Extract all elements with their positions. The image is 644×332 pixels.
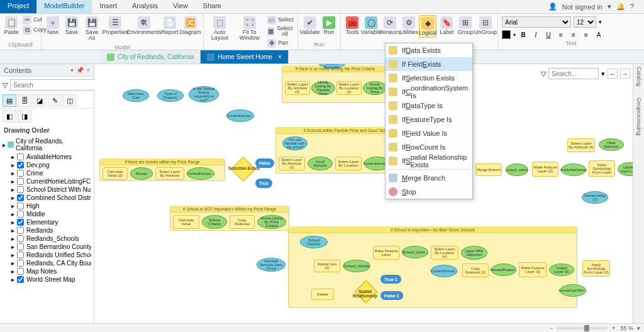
layer-item[interactable]: ▸Redlands Unified School District xyxy=(3,251,91,259)
out-home-pc[interactable]: Home Listing By Price Criteria xyxy=(257,215,286,229)
align-right-button[interactable]: ≡ xyxy=(581,30,591,40)
logical-menu-item[interactable]: If Data Exists xyxy=(386,43,472,57)
tools-button[interactable]: 🧰Tools xyxy=(343,15,361,36)
out-output-layer-2[interactable]: Output Layer (2) xyxy=(549,263,574,276)
help-icon[interactable]: ? xyxy=(630,3,639,11)
branch-true-1[interactable]: True 1 xyxy=(380,275,401,284)
select-button[interactable]: ▭Select xyxy=(266,15,295,25)
tool-select-loc-2[interactable]: Select Layer By Location (2) xyxy=(336,81,362,95)
layer-item[interactable]: ▸CurrentHomeListingFC xyxy=(3,177,91,185)
logical-menu-item[interactable]: If Spatial Relationship Exists xyxy=(386,154,472,168)
list-by-editing-button[interactable]: ✎ xyxy=(48,94,62,107)
new-button[interactable]: ＋New xyxy=(44,15,62,36)
iterators-button[interactable]: ⟳Iterators xyxy=(381,15,399,36)
tab-project[interactable]: Project xyxy=(0,0,36,13)
report-button[interactable]: 📄Report xyxy=(161,15,179,36)
block-homes-in-range[interactable]: If there are homes within my Price Range… xyxy=(99,158,225,181)
model-canvas[interactable]: ▽ ▾ ← → Maximum Cost Type of Property Is… xyxy=(94,64,644,323)
layer-checkbox[interactable] xyxy=(17,219,24,226)
tool-select-attr[interactable]: Select Layer By Attribute xyxy=(155,167,184,180)
layer-item[interactable]: ▸School District With Number of C xyxy=(3,185,91,194)
font-size-select[interactable]: 12 xyxy=(574,16,596,28)
tool-select-loc[interactable]: Select Layer By Location xyxy=(335,157,362,170)
canvas-filter-icon[interactable]: ▽ xyxy=(541,70,546,78)
layer-checkbox[interactable] xyxy=(17,153,24,160)
tool-spatial-join[interactable]: Spatial Join (2) xyxy=(314,260,340,272)
pane-menu-icon[interactable]: ▾ xyxy=(70,67,74,74)
tool-select-loc-4[interactable]: Select Layer By Location (4) xyxy=(431,246,458,260)
layer-item[interactable]: ▸Combined School Districts xyxy=(3,194,91,202)
block-school-important[interactable]: If School is Important • No Best Score S… xyxy=(288,226,577,308)
paste-button[interactable]: 📋Paste xyxy=(3,15,20,36)
select-all-button[interactable]: ▦Select All xyxy=(266,25,295,38)
logical-spatial-rel[interactable]: Spatial Relationship xyxy=(355,280,378,304)
contents-search-input[interactable] xyxy=(10,79,96,91)
logical-menu-merge[interactable]: Merge Branch xyxy=(386,171,472,185)
block-school-not-important[interactable]: If School is NOT Important • Within my P… xyxy=(170,206,289,231)
prev-result-button[interactable]: ← xyxy=(608,69,618,79)
tool-calc-value[interactable]: Calculate Value xyxy=(173,215,199,229)
label-button[interactable]: 🔖Label xyxy=(438,15,455,36)
tab-share[interactable]: Share xyxy=(196,0,229,13)
out-clear-selection[interactable]: Clear Selection xyxy=(599,138,624,151)
logical-menu-item[interactable]: If Selection Exists xyxy=(386,71,472,85)
zoom-slider[interactable] xyxy=(557,327,607,329)
layer-checkbox[interactable] xyxy=(17,202,24,209)
out-school-crit[interactable]: School Criteria xyxy=(202,215,227,229)
geoprocessing-tab[interactable]: Geoprocessing xyxy=(636,97,642,136)
logical-menu-stop[interactable]: Stop xyxy=(386,185,472,199)
layer-checkbox[interactable] xyxy=(17,243,24,250)
var-current-school[interactable]: CurrentSchool... xyxy=(431,265,457,277)
logical-menu-item[interactable]: If FeatureType Is xyxy=(386,113,472,126)
group-button[interactable]: ⊞Group xyxy=(457,15,474,36)
out-home-out[interactable]: HomeOutOfPri... xyxy=(560,284,586,297)
pin-icon[interactable]: 📌 xyxy=(76,67,84,74)
font-family-select[interactable]: Arial xyxy=(502,16,571,28)
logical-menu-item[interactable]: If DataType Is xyxy=(386,99,472,113)
list-by-drawing-order-button[interactable]: ▤ xyxy=(3,94,16,107)
layer-checkbox[interactable] xyxy=(17,227,24,234)
var-maximum-cost[interactable]: Maximum Cost xyxy=(123,89,149,102)
layer-checkbox[interactable] xyxy=(17,186,24,193)
validate-button[interactable]: ✔Validate xyxy=(301,15,319,36)
tool-apply-symbology-2[interactable]: Apply Symbology From Layer (2) xyxy=(582,260,610,277)
catalog-tab[interactable]: Catalog xyxy=(636,67,642,86)
var-avg-schools[interactable]: Average Schools Less Crime xyxy=(257,258,286,272)
tool-make-fl[interactable]: Make Feature Layer xyxy=(373,246,399,260)
tool-merge-branch[interactable]: Merge Branch xyxy=(475,163,502,176)
close-icon[interactable]: × xyxy=(278,53,282,60)
out-output-value[interactable]: output_value xyxy=(506,163,528,176)
tb-labeling-button[interactable]: ◧ xyxy=(3,110,16,123)
zoom-in-button[interactable]: ＋ xyxy=(611,324,616,332)
layer-item[interactable]: ▸Redlands xyxy=(3,226,91,235)
doc-tab-map[interactable]: City of Redlands, California xyxy=(101,50,201,64)
out-home-price[interactable]: Home Listing By Price xyxy=(363,81,387,95)
layer-item[interactable]: ▸Crime xyxy=(3,169,91,177)
tool-copy-features-2[interactable]: Copy Features xyxy=(230,215,255,229)
tab-view[interactable]: View xyxy=(165,0,196,13)
tool-copy-features-3[interactable]: Copy Features (2) xyxy=(462,263,489,277)
zoom-out-button[interactable]: − xyxy=(550,325,553,331)
tab-modelbuilder[interactable]: ModelBuilder xyxy=(36,0,92,13)
close-pane-icon[interactable]: × xyxy=(86,67,90,74)
var-type-property[interactable]: Type of Property xyxy=(157,89,184,102)
run-button[interactable]: ▶Run xyxy=(320,15,338,36)
layer-item[interactable]: ▸Elementary xyxy=(3,218,91,226)
bell-icon[interactable]: 🔔 xyxy=(616,3,625,11)
list-by-selection-button[interactable]: ◪ xyxy=(33,94,47,107)
logical-selection-exists[interactable]: Selection Exists xyxy=(231,157,256,182)
var-home-listing-2[interactable]: HomeListing (2) xyxy=(582,191,608,204)
tool-calc-value-2[interactable]: Calculate Value (2) xyxy=(103,167,128,180)
layer-checkbox[interactable] xyxy=(17,211,24,218)
var-flex-q[interactable]: Are you flexible with the price? xyxy=(282,136,308,150)
tab-analysis[interactable]: Analysis xyxy=(125,0,165,13)
tree-root[interactable]: ▸ City of Redlands, California xyxy=(3,136,91,153)
variable-button[interactable]: ◯Variable xyxy=(362,15,380,36)
layer-item[interactable]: ▸Redlands, CA City Boundary xyxy=(3,259,91,267)
next-result-button[interactable]: → xyxy=(620,69,630,79)
bold-button[interactable]: B xyxy=(518,30,528,40)
auto-layout-button[interactable]: ⬚Auto Layout xyxy=(206,15,233,43)
layer-checkbox[interactable] xyxy=(17,235,24,242)
pan-button[interactable]: ✥Pan xyxy=(266,38,295,48)
tool-select-attr-4[interactable]: Select Layer By Attribute (4) xyxy=(567,138,595,152)
